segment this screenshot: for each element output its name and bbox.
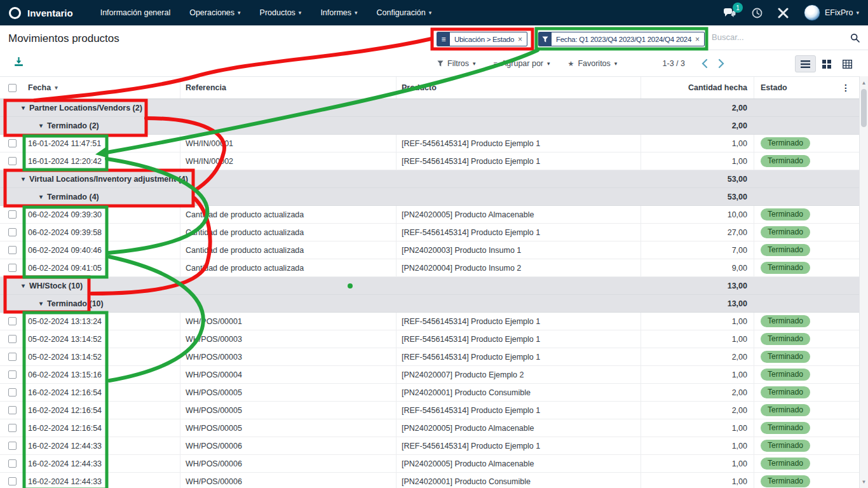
cell-cantidad: 2,00 — [641, 348, 754, 365]
row-checkbox-cell[interactable] — [0, 348, 23, 365]
table-row[interactable]: 16-02-2024 12:16:54WH/POS/00005[PN240200… — [0, 419, 859, 437]
group-row[interactable]: ▾Terminado (10)13,00 — [0, 295, 859, 313]
search-icon[interactable] — [850, 33, 860, 43]
row-checkbox[interactable] — [8, 317, 17, 325]
select-all-checkbox[interactable] — [0, 77, 23, 98]
table-row[interactable]: 05-02-2024 13:14:52WH/POS/00003[REF-5456… — [0, 348, 859, 366]
table-row[interactable]: 16-02-2024 12:16:54WH/POS/00005[PN240200… — [0, 384, 859, 402]
table-row[interactable]: 06-02-2024 09:39:30Cantidad de producto … — [0, 206, 859, 224]
view-list-button[interactable] — [795, 55, 816, 72]
table-row[interactable]: 06-02-2024 09:39:58Cantidad de producto … — [0, 224, 859, 241]
table-body: ▾Partner Locations/Vendors (2)2,00▾Termi… — [0, 99, 859, 488]
column-header-producto[interactable]: Producto — [396, 77, 641, 98]
search-input[interactable] — [712, 32, 832, 42]
row-checkbox[interactable] — [8, 335, 17, 343]
row-checkbox[interactable] — [8, 370, 17, 379]
row-checkbox[interactable] — [8, 353, 17, 361]
group-row[interactable]: ▾Terminado (4)53,00 — [0, 188, 859, 206]
view-pivot-button[interactable] — [837, 55, 858, 72]
row-checkbox[interactable] — [8, 477, 17, 485]
close-icon[interactable]: × — [695, 35, 700, 44]
row-checkbox[interactable] — [8, 139, 17, 147]
caret-down-icon: ▾ — [547, 60, 550, 67]
table-row[interactable]: 16-02-2024 12:44:33WH/POS/00006[REF-5456… — [0, 437, 859, 455]
column-options-kebab-icon[interactable]: ⋮ — [841, 83, 850, 93]
favorites-button[interactable]: ★ Favoritos ▾ — [568, 59, 618, 68]
row-checkbox-cell[interactable] — [0, 437, 23, 454]
row-checkbox[interactable] — [8, 442, 17, 450]
group-row[interactable]: ▾WH/Stock (10)13,00 — [0, 277, 859, 295]
view-kanban-button[interactable] — [816, 55, 837, 72]
row-checkbox-cell[interactable] — [0, 473, 23, 488]
scrollbar-thumb[interactable] — [861, 89, 867, 127]
column-header-estado[interactable]: Estado ⋮ — [754, 77, 859, 98]
table-row[interactable]: 05-02-2024 13:13:24WH/POS/00001[REF-5456… — [0, 313, 859, 330]
column-header-cantidad[interactable]: Cantidad hecha — [641, 77, 754, 98]
column-header-referencia[interactable]: Referencia — [180, 77, 396, 98]
row-checkbox[interactable] — [8, 246, 17, 254]
row-checkbox-cell[interactable] — [0, 330, 23, 348]
caret-down-icon: ▾ — [355, 10, 358, 16]
row-checkbox-cell[interactable] — [0, 206, 23, 223]
cell-producto: [REF-5456145314] Producto Ejemplo 1 — [396, 224, 641, 241]
menu-operaciones[interactable]: Operaciones ▾ — [180, 0, 250, 25]
table-row[interactable]: 16-02-2024 12:44:33WH/POS/00006[PN240200… — [0, 455, 859, 473]
row-checkbox[interactable] — [8, 228, 17, 236]
table-row[interactable]: 16-01-2024 11:47:51WH/IN/00001[REF-54561… — [0, 135, 859, 152]
menu-productos[interactable]: Productos ▾ — [250, 0, 311, 25]
list-icon: ≡ — [494, 60, 498, 67]
group-by-button[interactable]: ≡ Agrupar por ▾ — [494, 59, 550, 68]
pager-previous-button[interactable] — [696, 55, 713, 72]
messages-button[interactable]: 1 — [723, 7, 736, 18]
filters-button[interactable]: Filtros ▾ — [437, 59, 476, 68]
status-badge: Terminado — [761, 404, 810, 416]
group-row[interactable]: ▾Terminado (2)2,00 — [0, 117, 859, 135]
row-checkbox[interactable] — [8, 264, 17, 272]
user-menu[interactable]: EFixPro ▾ — [804, 4, 859, 21]
table-row[interactable]: 05-02-2024 13:14:52WH/POS/00003[REF-5456… — [0, 330, 859, 348]
cell-producto: [PN24020005] Producto Almacenable — [396, 455, 641, 472]
row-checkbox-cell[interactable] — [0, 384, 23, 401]
activities-button[interactable] — [752, 8, 763, 18]
row-checkbox[interactable] — [8, 424, 17, 432]
filter-icon — [437, 60, 444, 67]
table-row[interactable]: 16-02-2024 12:16:54WH/POS/00005[REF-5456… — [0, 402, 859, 419]
scroll-up-icon[interactable]: ▲ — [860, 78, 868, 88]
row-checkbox[interactable] — [8, 406, 17, 414]
table-row[interactable]: 06-02-2024 09:41:05Cantidad de producto … — [0, 259, 859, 277]
row-checkbox-cell[interactable] — [0, 241, 23, 259]
row-checkbox[interactable] — [8, 388, 17, 396]
facet-fecha[interactable]: Fecha: Q1 2023/Q4 2023/Q1 2024/Q4 2024 × — [538, 32, 705, 46]
row-checkbox-cell[interactable] — [0, 402, 23, 419]
facet-ubicacion-estado[interactable]: ≡ Ubicación > Estado × — [437, 32, 527, 46]
menu-informacion-general[interactable]: Información general — [91, 0, 180, 25]
table-row[interactable]: 06-02-2024 09:40:46Cantidad de producto … — [0, 241, 859, 259]
menu-informes[interactable]: Informes ▾ — [311, 0, 367, 25]
tools-button[interactable] — [778, 8, 789, 18]
row-checkbox-cell[interactable] — [0, 152, 23, 170]
user-name: EFixPro — [825, 8, 853, 17]
vertical-scrollbar[interactable]: ▲ ▼ — [859, 76, 868, 488]
export-download-button[interactable] — [13, 57, 24, 67]
table-row[interactable]: 16-01-2024 12:20:42WH/IN/00002[REF-54561… — [0, 152, 859, 170]
row-checkbox-cell[interactable] — [0, 419, 23, 437]
row-checkbox-cell[interactable] — [0, 135, 23, 152]
row-checkbox-cell[interactable] — [0, 455, 23, 472]
column-header-fecha[interactable]: Fecha ▾ — [23, 77, 180, 98]
row-checkbox[interactable] — [8, 210, 17, 219]
menu-configuracion[interactable]: Configuración ▾ — [367, 0, 442, 25]
row-checkbox-cell[interactable] — [0, 313, 23, 330]
table-row[interactable]: 16-02-2024 12:44:33WH/POS/00006[PN240200… — [0, 473, 859, 488]
group-row[interactable]: ▾Partner Locations/Vendors (2)2,00 — [0, 99, 859, 117]
scroll-down-icon[interactable]: ▼ — [860, 477, 868, 487]
row-checkbox[interactable] — [8, 459, 17, 468]
table-row[interactable]: 06-02-2024 13:15:16WH/POS/00004[PN240200… — [0, 366, 859, 384]
pager-next-button[interactable] — [713, 55, 729, 72]
close-icon[interactable]: × — [518, 35, 522, 44]
row-checkbox-cell[interactable] — [0, 224, 23, 241]
cell-fecha: 06-02-2024 09:40:46 — [23, 241, 180, 259]
row-checkbox[interactable] — [8, 157, 17, 165]
row-checkbox-cell[interactable] — [0, 366, 23, 383]
row-checkbox-cell[interactable] — [0, 259, 23, 276]
group-row[interactable]: ▾Virtual Locations/Inventory adjustment … — [0, 170, 859, 188]
